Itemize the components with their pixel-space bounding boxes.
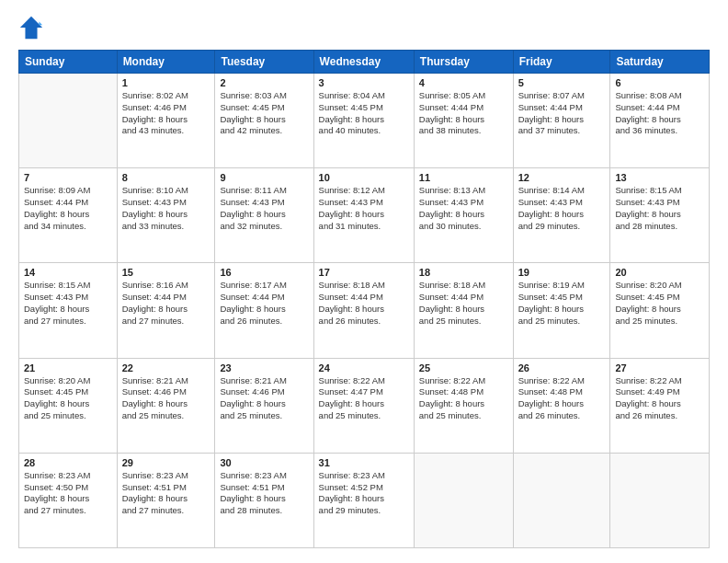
calendar-cell: 22Sunrise: 8:21 AM Sunset: 4:46 PM Dayli… — [117, 358, 215, 453]
calendar-cell: 2Sunrise: 8:03 AM Sunset: 4:45 PM Daylig… — [215, 74, 313, 168]
calendar-week-row: 1Sunrise: 8:02 AM Sunset: 4:46 PM Daylig… — [19, 74, 710, 168]
day-number: 26 — [518, 362, 606, 373]
day-detail: Sunrise: 8:09 AM Sunset: 4:44 PM Dayligh… — [24, 185, 112, 232]
day-detail: Sunrise: 8:16 AM Sunset: 4:44 PM Dayligh… — [122, 280, 210, 327]
day-detail: Sunrise: 8:23 AM Sunset: 4:52 PM Dayligh… — [319, 470, 409, 517]
calendar-cell: 30Sunrise: 8:23 AM Sunset: 4:51 PM Dayli… — [215, 453, 313, 547]
calendar-header-monday: Monday — [117, 51, 215, 74]
calendar-cell: 17Sunrise: 8:18 AM Sunset: 4:44 PM Dayli… — [313, 263, 414, 358]
calendar-cell: 20Sunrise: 8:20 AM Sunset: 4:45 PM Dayli… — [610, 263, 710, 358]
day-number: 8 — [122, 172, 210, 183]
calendar-header-tuesday: Tuesday — [215, 51, 313, 74]
calendar-cell: 26Sunrise: 8:22 AM Sunset: 4:48 PM Dayli… — [513, 358, 610, 453]
calendar-header-wednesday: Wednesday — [313, 51, 414, 74]
calendar-cell: 18Sunrise: 8:18 AM Sunset: 4:44 PM Dayli… — [414, 263, 513, 358]
logo-icon — [18, 15, 44, 40]
day-detail: Sunrise: 8:22 AM Sunset: 4:48 PM Dayligh… — [518, 375, 606, 422]
calendar-week-row: 28Sunrise: 8:23 AM Sunset: 4:50 PM Dayli… — [19, 453, 710, 547]
day-detail: Sunrise: 8:18 AM Sunset: 4:44 PM Dayligh… — [319, 280, 409, 327]
calendar-cell: 24Sunrise: 8:22 AM Sunset: 4:47 PM Dayli… — [313, 358, 414, 453]
day-number: 15 — [122, 267, 210, 278]
day-detail: Sunrise: 8:10 AM Sunset: 4:43 PM Dayligh… — [122, 185, 210, 232]
day-number: 13 — [615, 172, 704, 183]
calendar-cell: 14Sunrise: 8:15 AM Sunset: 4:43 PM Dayli… — [19, 263, 118, 358]
day-detail: Sunrise: 8:22 AM Sunset: 4:49 PM Dayligh… — [615, 375, 704, 422]
calendar-cell — [610, 453, 710, 547]
day-number: 17 — [319, 267, 409, 278]
day-detail: Sunrise: 8:22 AM Sunset: 4:48 PM Dayligh… — [419, 375, 508, 422]
day-number: 23 — [220, 362, 308, 373]
day-detail: Sunrise: 8:23 AM Sunset: 4:50 PM Dayligh… — [24, 470, 112, 517]
calendar-header-friday: Friday — [513, 51, 610, 74]
day-detail: Sunrise: 8:03 AM Sunset: 4:45 PM Dayligh… — [220, 90, 308, 137]
day-detail: Sunrise: 8:23 AM Sunset: 4:51 PM Dayligh… — [220, 470, 308, 517]
logo — [18, 15, 48, 40]
calendar-cell: 15Sunrise: 8:16 AM Sunset: 4:44 PM Dayli… — [117, 263, 215, 358]
calendar-table: SundayMondayTuesdayWednesdayThursdayFrid… — [18, 50, 710, 548]
calendar-week-row: 14Sunrise: 8:15 AM Sunset: 4:43 PM Dayli… — [19, 263, 710, 358]
calendar-cell: 1Sunrise: 8:02 AM Sunset: 4:46 PM Daylig… — [117, 74, 215, 168]
day-number: 20 — [615, 267, 704, 278]
day-detail: Sunrise: 8:23 AM Sunset: 4:51 PM Dayligh… — [122, 470, 210, 517]
calendar-cell — [414, 453, 513, 547]
day-number: 31 — [319, 457, 409, 468]
calendar-cell: 4Sunrise: 8:05 AM Sunset: 4:44 PM Daylig… — [414, 74, 513, 168]
calendar-cell: 3Sunrise: 8:04 AM Sunset: 4:45 PM Daylig… — [313, 74, 414, 168]
day-number: 19 — [518, 267, 606, 278]
day-number: 6 — [615, 77, 704, 88]
day-detail: Sunrise: 8:19 AM Sunset: 4:45 PM Dayligh… — [518, 280, 606, 327]
calendar-header-row: SundayMondayTuesdayWednesdayThursdayFrid… — [19, 51, 710, 74]
calendar-header-thursday: Thursday — [414, 51, 513, 74]
calendar-cell — [19, 74, 118, 168]
calendar-cell: 9Sunrise: 8:11 AM Sunset: 4:43 PM Daylig… — [215, 168, 313, 263]
day-detail: Sunrise: 8:17 AM Sunset: 4:44 PM Dayligh… — [220, 280, 308, 327]
calendar-cell: 19Sunrise: 8:19 AM Sunset: 4:45 PM Dayli… — [513, 263, 610, 358]
calendar-cell: 25Sunrise: 8:22 AM Sunset: 4:48 PM Dayli… — [414, 358, 513, 453]
day-number: 2 — [220, 77, 308, 88]
day-number: 30 — [220, 457, 308, 468]
day-number: 4 — [419, 77, 508, 88]
day-detail: Sunrise: 8:21 AM Sunset: 4:46 PM Dayligh… — [122, 375, 210, 422]
calendar-cell: 16Sunrise: 8:17 AM Sunset: 4:44 PM Dayli… — [215, 263, 313, 358]
calendar-header-sunday: Sunday — [19, 51, 118, 74]
day-detail: Sunrise: 8:08 AM Sunset: 4:44 PM Dayligh… — [615, 90, 704, 137]
day-number: 27 — [615, 362, 704, 373]
day-number: 28 — [24, 457, 112, 468]
calendar-cell: 10Sunrise: 8:12 AM Sunset: 4:43 PM Dayli… — [313, 168, 414, 263]
calendar-cell: 5Sunrise: 8:07 AM Sunset: 4:44 PM Daylig… — [513, 74, 610, 168]
calendar-cell: 29Sunrise: 8:23 AM Sunset: 4:51 PM Dayli… — [117, 453, 215, 547]
day-number: 16 — [220, 267, 308, 278]
day-detail: Sunrise: 8:18 AM Sunset: 4:44 PM Dayligh… — [419, 280, 508, 327]
day-number: 25 — [419, 362, 508, 373]
calendar-cell: 31Sunrise: 8:23 AM Sunset: 4:52 PM Dayli… — [313, 453, 414, 547]
day-number: 1 — [122, 77, 210, 88]
calendar-cell: 6Sunrise: 8:08 AM Sunset: 4:44 PM Daylig… — [610, 74, 710, 168]
calendar-cell: 12Sunrise: 8:14 AM Sunset: 4:43 PM Dayli… — [513, 168, 610, 263]
day-number: 14 — [24, 267, 112, 278]
calendar-cell: 27Sunrise: 8:22 AM Sunset: 4:49 PM Dayli… — [610, 358, 710, 453]
day-detail: Sunrise: 8:11 AM Sunset: 4:43 PM Dayligh… — [220, 185, 308, 232]
calendar-cell: 23Sunrise: 8:21 AM Sunset: 4:46 PM Dayli… — [215, 358, 313, 453]
day-detail: Sunrise: 8:22 AM Sunset: 4:47 PM Dayligh… — [319, 375, 409, 422]
day-number: 29 — [122, 457, 210, 468]
day-detail: Sunrise: 8:04 AM Sunset: 4:45 PM Dayligh… — [319, 90, 409, 137]
day-number: 5 — [518, 77, 606, 88]
calendar-cell: 21Sunrise: 8:20 AM Sunset: 4:45 PM Dayli… — [19, 358, 118, 453]
day-detail: Sunrise: 8:02 AM Sunset: 4:46 PM Dayligh… — [122, 90, 210, 137]
day-number: 22 — [122, 362, 210, 373]
day-detail: Sunrise: 8:07 AM Sunset: 4:44 PM Dayligh… — [518, 90, 606, 137]
day-detail: Sunrise: 8:15 AM Sunset: 4:43 PM Dayligh… — [615, 185, 704, 232]
calendar-cell: 8Sunrise: 8:10 AM Sunset: 4:43 PM Daylig… — [117, 168, 215, 263]
day-detail: Sunrise: 8:15 AM Sunset: 4:43 PM Dayligh… — [24, 280, 112, 327]
day-number: 3 — [319, 77, 409, 88]
calendar-cell: 11Sunrise: 8:13 AM Sunset: 4:43 PM Dayli… — [414, 168, 513, 263]
calendar-week-row: 21Sunrise: 8:20 AM Sunset: 4:45 PM Dayli… — [19, 358, 710, 453]
day-number: 12 — [518, 172, 606, 183]
day-detail: Sunrise: 8:05 AM Sunset: 4:44 PM Dayligh… — [419, 90, 508, 137]
day-number: 11 — [419, 172, 508, 183]
day-number: 24 — [319, 362, 409, 373]
calendar-page: SundayMondayTuesdayWednesdayThursdayFrid… — [0, 0, 728, 563]
svg-marker-0 — [20, 17, 42, 39]
day-detail: Sunrise: 8:14 AM Sunset: 4:43 PM Dayligh… — [518, 185, 606, 232]
calendar-cell: 28Sunrise: 8:23 AM Sunset: 4:50 PM Dayli… — [19, 453, 118, 547]
